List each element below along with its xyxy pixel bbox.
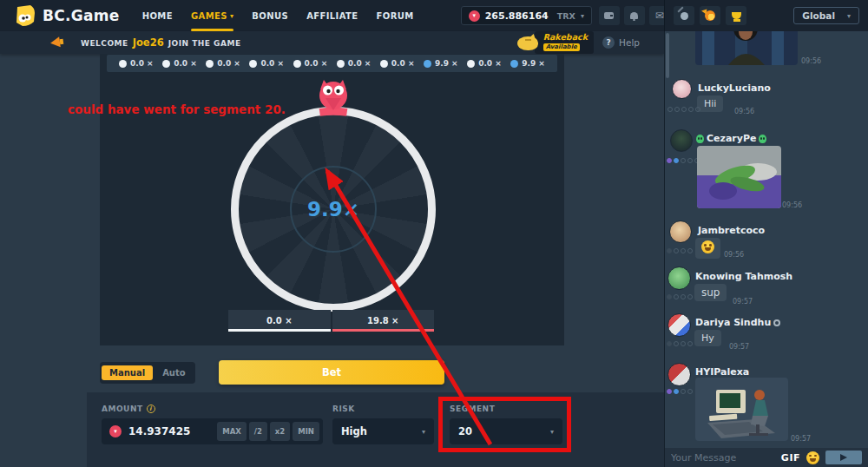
result-dot-icon xyxy=(119,60,127,68)
result-dot-icon xyxy=(293,60,301,68)
brand-logo[interactable]: BC.Game xyxy=(14,4,120,27)
chat-scrollbar[interactable] xyxy=(666,33,669,78)
amount-half-button[interactable]: /2 xyxy=(249,422,267,441)
top-navbar: BC.Game HOME GAMES ▾ BONUS AFFILIATE FOR… xyxy=(0,0,664,31)
chevron-down-icon: ▾ xyxy=(230,12,233,20)
chat-input-bar: GIF xyxy=(664,448,868,467)
bc-game-page: BC.Game HOME GAMES ▾ BONUS AFFILIATE FOR… xyxy=(0,0,868,467)
chat-username[interactable]: LuckyLuciano xyxy=(698,82,771,94)
comet-icon xyxy=(681,12,688,20)
navbar-icon-buttons: ✉ xyxy=(599,6,670,25)
brand-name: BC.Game xyxy=(43,7,120,24)
chat-region-value: Global xyxy=(802,10,835,21)
nav-bonus[interactable]: BONUS xyxy=(252,11,288,21)
rakeback-title: Rakeback xyxy=(543,33,588,42)
payout-low: 0.0 × xyxy=(228,310,331,332)
auto-mode-button[interactable]: Auto xyxy=(155,365,194,380)
balance-amount: 265.886164 xyxy=(485,10,549,22)
chat-panel: 09:56 LuckyLuciano Hii 09:56 CezaryPe xyxy=(664,31,868,448)
nav-games[interactable]: GAMES ▾ xyxy=(191,11,233,21)
level-badges xyxy=(667,341,693,346)
info-icon[interactable]: i xyxy=(147,405,155,413)
message-time: 09:57 xyxy=(733,298,753,306)
bc-game-logo-icon xyxy=(14,4,36,27)
result-dot-icon xyxy=(424,60,431,68)
annotation-text: could have went for segment 20. xyxy=(68,102,286,116)
result-dot-icon xyxy=(249,60,257,68)
chat-gif-retro-computer xyxy=(695,378,788,441)
laughing-emoji xyxy=(701,240,714,253)
avatar[interactable] xyxy=(667,313,691,337)
segment-select[interactable]: 20 ▾ xyxy=(450,418,562,444)
history-item: 9.9 × xyxy=(510,59,545,68)
welcome-username: Joe26 xyxy=(133,36,164,49)
history-item: 0.0 × xyxy=(206,59,240,68)
send-message-button[interactable] xyxy=(825,451,862,464)
segment-label: SEGMENT xyxy=(450,405,495,413)
rakeback-widget[interactable]: Rakeback Available xyxy=(517,31,594,54)
chat-region-select[interactable]: Global ▾ xyxy=(793,7,859,24)
rakeback-chip: Rakeback Available xyxy=(535,31,594,54)
avatar[interactable] xyxy=(669,220,692,243)
history-item: 0.0 × xyxy=(380,59,415,68)
nav-home[interactable]: HOME xyxy=(142,11,173,21)
level-badges xyxy=(667,294,693,299)
nav-forum[interactable]: FORUM xyxy=(377,11,414,21)
emoji-picker-button[interactable] xyxy=(806,451,819,464)
avatar[interactable] xyxy=(667,363,691,386)
help-button[interactable]: ? Help xyxy=(602,36,640,49)
nav-affiliate[interactable]: AFFILIATE xyxy=(306,11,358,21)
chat-message-input[interactable] xyxy=(671,452,775,464)
amount-input[interactable] xyxy=(128,425,207,437)
results-history-bar: 0.0 × 0.0 × 0.0 × 0.0 × 0.0 × 0.0 × 0.0 … xyxy=(107,55,557,72)
chat-message-bubble xyxy=(695,238,720,259)
wallet-icon xyxy=(604,12,614,19)
segment-value: 20 xyxy=(458,425,472,437)
history-item: 0.0 × xyxy=(119,59,154,68)
chevron-down-icon: ▾ xyxy=(550,428,554,436)
message-time: 09:56 xyxy=(801,57,821,65)
chat-username[interactable]: Jambretcoco xyxy=(698,225,765,236)
owl-mascot xyxy=(314,79,352,110)
amount-double-button[interactable]: x2 xyxy=(270,422,290,441)
chat-games-button[interactable] xyxy=(674,6,694,25)
history-item: 0.0 × xyxy=(467,59,502,68)
manual-mode-button[interactable]: Manual xyxy=(102,365,153,380)
notifications-button[interactable] xyxy=(624,6,645,25)
level-badges xyxy=(667,158,700,163)
amount-label: AMOUNT i xyxy=(102,405,155,413)
avatar[interactable] xyxy=(667,266,691,290)
gif-button[interactable]: GIF xyxy=(781,452,800,464)
fireball-icon xyxy=(705,10,715,21)
trx-coin-icon: ▾ xyxy=(109,425,122,437)
balance-selector[interactable]: ▾ 265.886164 TRX ▾ xyxy=(461,6,592,25)
send-arrow-icon xyxy=(840,454,847,461)
result-dot-icon xyxy=(380,60,388,68)
amount-min-button[interactable]: MIN xyxy=(293,422,319,441)
amount-max-button[interactable]: MAX xyxy=(217,422,247,441)
hot-wins-button[interactable] xyxy=(700,6,720,25)
banner-right: Rakeback Available ? Help xyxy=(517,31,640,54)
risk-select[interactable]: High ▾ xyxy=(332,418,434,444)
chat-username[interactable]: Dariya Sindhu xyxy=(695,317,780,328)
chevron-down-icon: ▾ xyxy=(581,12,584,20)
chat-username[interactable]: HYIPalexa xyxy=(695,366,749,378)
chat-topbar: Global ▾ xyxy=(664,0,868,31)
payout-bar: 0.0 × 19.8 × xyxy=(228,310,434,332)
chat-username[interactable]: Knowing Tahmosh xyxy=(695,271,792,282)
balance-currency: TRX xyxy=(557,11,575,21)
avatar[interactable] xyxy=(672,79,692,99)
leaderboard-button[interactable] xyxy=(726,6,746,25)
alien-emoji xyxy=(759,135,766,143)
chat-username[interactable]: CezaryPe xyxy=(696,133,766,144)
avatar[interactable] xyxy=(670,129,693,152)
wheel-center-multiplier: 9.9× xyxy=(290,166,377,253)
amount-quick-buttons: MAX /2 x2 MIN xyxy=(217,422,319,441)
result-dot-icon xyxy=(162,60,170,68)
megaphone-icon xyxy=(49,36,61,48)
alien-emoji xyxy=(696,135,704,143)
chat-message-bubble: sup xyxy=(694,284,727,301)
envelope-icon: ✉ xyxy=(655,10,664,21)
bet-button[interactable]: Bet xyxy=(219,360,444,385)
wallet-button[interactable] xyxy=(599,6,620,25)
